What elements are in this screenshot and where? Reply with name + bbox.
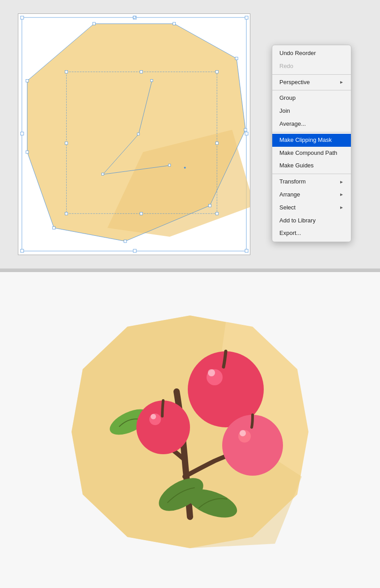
menu-item-join[interactable]: Join <box>272 105 351 118</box>
berry-icon-illustration <box>60 302 320 562</box>
svg-point-43 <box>208 369 215 376</box>
context-menu[interactable]: Undo Reorder Redo Perspective ► Group Jo… <box>272 45 351 242</box>
svg-rect-3 <box>245 16 248 19</box>
svg-rect-1 <box>21 16 24 19</box>
svg-rect-28 <box>140 71 143 73</box>
menu-item-perspective[interactable]: Perspective ► <box>272 76 351 89</box>
svg-rect-22 <box>151 79 153 81</box>
svg-rect-15 <box>235 57 238 60</box>
svg-rect-21 <box>26 79 29 82</box>
svg-rect-8 <box>245 249 248 252</box>
menu-item-transform[interactable]: Transform ► <box>272 175 351 188</box>
svg-rect-19 <box>53 226 55 229</box>
menu-item-add-to-library[interactable]: Add to Library <box>272 214 351 227</box>
svg-rect-20 <box>26 151 29 153</box>
svg-rect-18 <box>124 240 127 243</box>
menu-item-redo: Redo <box>272 60 351 73</box>
submenu-arrow-arrange: ► <box>339 191 344 198</box>
menu-item-make-clipping-mask[interactable]: Make Clipping Mask <box>272 134 351 147</box>
svg-rect-32 <box>65 212 68 215</box>
submenu-arrow-perspective: ► <box>339 79 344 86</box>
menu-item-average[interactable]: Average... <box>272 118 351 131</box>
svg-rect-24 <box>101 173 104 175</box>
svg-rect-5 <box>245 132 248 135</box>
canvas-area <box>18 13 250 255</box>
submenu-arrow-transform: ► <box>339 179 344 186</box>
menu-separator-2 <box>272 90 351 90</box>
svg-point-46 <box>151 414 156 419</box>
svg-rect-33 <box>140 212 143 215</box>
section-divider <box>0 268 380 272</box>
svg-rect-13 <box>93 22 95 25</box>
svg-rect-6 <box>21 249 24 252</box>
svg-rect-23 <box>137 133 139 135</box>
menu-separator-1 <box>272 74 351 75</box>
svg-rect-17 <box>208 204 211 207</box>
menu-item-arrange[interactable]: Arrange ► <box>272 188 351 201</box>
svg-rect-14 <box>173 22 176 25</box>
svg-rect-29 <box>215 71 218 73</box>
svg-rect-31 <box>215 142 218 145</box>
svg-rect-27 <box>65 71 68 73</box>
svg-rect-25 <box>169 164 171 166</box>
menu-item-make-compound-path[interactable]: Make Compound Path <box>272 147 351 160</box>
top-section: Undo Reorder Redo Perspective ► Group Jo… <box>0 0 380 268</box>
svg-rect-9 <box>133 16 135 18</box>
bottom-section <box>0 272 380 588</box>
menu-item-group[interactable]: Group <box>272 92 351 105</box>
menu-item-make-guides[interactable]: Make Guides <box>272 159 351 172</box>
menu-separator-3 <box>272 132 351 132</box>
menu-separator-4 <box>272 174 351 174</box>
menu-item-export[interactable]: Export... <box>272 227 351 240</box>
svg-point-49 <box>240 430 246 436</box>
svg-rect-7 <box>133 249 136 252</box>
menu-item-undo-reorder[interactable]: Undo Reorder <box>272 47 351 60</box>
menu-item-select[interactable]: Select ► <box>272 201 351 214</box>
svg-point-35 <box>184 167 186 169</box>
svg-rect-4 <box>21 132 24 135</box>
submenu-arrow-select: ► <box>339 204 344 211</box>
svg-rect-34 <box>215 212 218 215</box>
svg-rect-30 <box>65 142 68 145</box>
svg-rect-16 <box>244 128 247 131</box>
